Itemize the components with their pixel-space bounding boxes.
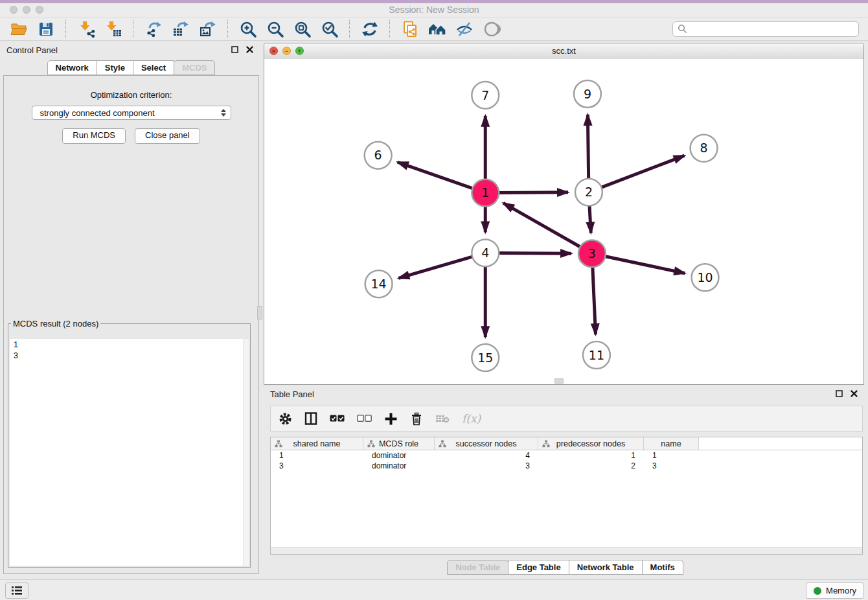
network-minimize-icon[interactable]: − — [282, 47, 291, 55]
close-panel-icon[interactable] — [851, 390, 858, 397]
optimization-criterion-select[interactable]: strongly connected component — [32, 106, 231, 120]
graph-node-14[interactable]: 14 — [365, 270, 393, 297]
node-table[interactable]: shared nameMCDS rolesuccessor nodesprede… — [270, 437, 863, 555]
zoom-out-icon[interactable] — [266, 19, 285, 39]
table-cell[interactable]: 4 — [435, 450, 538, 461]
close-panel-button[interactable]: Close panel — [135, 128, 200, 144]
close-panel-icon[interactable] — [246, 46, 253, 53]
graph-node-8[interactable]: 8 — [691, 135, 718, 162]
graph-node-1[interactable]: 1 — [472, 179, 499, 207]
table-cell[interactable]: 3 — [271, 461, 363, 471]
table-settings-icon[interactable] — [279, 410, 292, 427]
float-panel-icon[interactable] — [231, 46, 238, 53]
hide-selected-icon[interactable] — [455, 19, 474, 39]
table-panel: Table Panel — [262, 385, 868, 579]
graph-node-2[interactable]: 2 — [575, 179, 602, 206]
network-canvas[interactable]: 7968124314101511 — [264, 59, 863, 384]
table-row[interactable]: 1dominator411 — [271, 450, 862, 461]
graph-node-3[interactable]: 3 — [578, 240, 606, 267]
float-panel-icon[interactable] — [836, 390, 843, 397]
open-file-icon[interactable] — [9, 19, 29, 39]
toolbar-separator — [133, 20, 134, 38]
graph-node-6[interactable]: 6 — [365, 142, 392, 169]
table-cell[interactable]: 1 — [538, 450, 644, 461]
network-maximize-icon[interactable]: + — [295, 47, 304, 55]
import-network-icon[interactable] — [76, 19, 96, 39]
network-window-titlebar[interactable]: × − + scc.txt — [264, 43, 863, 60]
table-cell[interactable]: dominator — [363, 450, 435, 461]
network-graph[interactable]: 7968124314101511 — [264, 59, 863, 384]
graph-edge-1-2[interactable] — [497, 192, 568, 193]
tab-select[interactable]: Select — [133, 60, 174, 75]
table-cell[interactable]: 1 — [271, 450, 363, 461]
graph-edge-2-9[interactable] — [588, 115, 588, 180]
first-neighbors-icon[interactable] — [428, 19, 447, 39]
zoom-fit-content-icon[interactable] — [293, 19, 312, 39]
clone-network-icon[interactable] — [400, 19, 420, 39]
save-session-icon[interactable] — [36, 19, 56, 39]
graph-node-9[interactable]: 9 — [574, 80, 601, 108]
table-cell[interactable]: 2 — [538, 461, 644, 471]
column-header-shared-name[interactable]: shared name — [271, 437, 363, 450]
tab-style[interactable]: Style — [97, 60, 133, 75]
graph-node-11[interactable]: 11 — [583, 341, 610, 369]
graph-edge-1-6[interactable] — [398, 162, 474, 189]
graph-node-10[interactable]: 10 — [692, 264, 719, 291]
table-cell[interactable]: dominator — [363, 461, 435, 471]
graph-edge-2-8[interactable] — [600, 156, 685, 188]
search-field[interactable] — [672, 21, 859, 37]
table-cell[interactable]: 3 — [644, 461, 699, 471]
export-network-icon[interactable] — [144, 19, 163, 39]
graph-edge-3-1[interactable] — [503, 203, 581, 248]
graph-edge-4-14[interactable] — [398, 257, 474, 279]
control-panel-tabs: NetworkStyleSelectMCDS — [0, 60, 262, 75]
toolbar-separator — [227, 20, 229, 38]
select-all-icon[interactable] — [330, 410, 345, 427]
tab-edge-table[interactable]: Edge Table — [508, 560, 569, 575]
table-cell[interactable]: 3 — [435, 461, 538, 471]
export-image-icon[interactable] — [198, 19, 218, 39]
mcds-result-title: MCDS result (2 nodes) — [11, 319, 100, 329]
task-history-button[interactable] — [5, 583, 29, 599]
graph-edge-3-10[interactable] — [604, 256, 685, 273]
toggle-columns-icon[interactable] — [304, 410, 317, 427]
search-input[interactable] — [690, 23, 854, 34]
tab-network-table[interactable]: Network Table — [569, 560, 643, 575]
show-all-icon — [482, 19, 501, 39]
mcds-result-area[interactable]: 1 3 — [10, 339, 249, 566]
tab-motifs[interactable]: Motifs — [642, 560, 683, 575]
table-horizontal-scrollbar[interactable] — [271, 547, 862, 554]
column-header-successor-nodes[interactable]: successor nodes — [435, 437, 538, 450]
table-row[interactable]: 3dominator323 — [271, 461, 862, 471]
tab-network[interactable]: Network — [47, 60, 97, 75]
network-window-title: scc.txt — [264, 43, 863, 59]
toolbar-separator — [349, 20, 350, 38]
graph-edge-3-11[interactable] — [593, 266, 596, 334]
delete-row-icon[interactable] — [410, 410, 423, 427]
zoom-in-icon[interactable] — [238, 19, 258, 39]
add-row-icon[interactable] — [384, 410, 398, 427]
tab-node-table[interactable]: Node Table — [447, 560, 508, 575]
import-table-icon[interactable] — [104, 19, 123, 39]
deselect-all-icon[interactable] — [357, 410, 372, 427]
graph-edge-2-3[interactable] — [589, 205, 591, 233]
vertical-splitter-handle[interactable] — [257, 306, 262, 319]
column-header-name[interactable]: name — [644, 437, 699, 450]
graph-edge-4-3[interactable] — [497, 253, 571, 254]
network-close-icon[interactable]: × — [269, 47, 278, 55]
column-header-MCDS-role[interactable]: MCDS role — [363, 437, 435, 450]
memory-label: Memory — [826, 586, 856, 595]
graph-node-4[interactable]: 4 — [472, 239, 499, 266]
export-table-icon[interactable] — [171, 19, 190, 39]
result-scrollbar[interactable] — [243, 339, 249, 566]
graph-node-15[interactable]: 15 — [472, 344, 499, 371]
run-mcds-button[interactable]: Run MCDS — [62, 128, 126, 144]
zoom-selected-icon[interactable] — [320, 19, 339, 39]
refresh-layout-icon[interactable] — [360, 19, 380, 39]
tab-mcds[interactable]: MCDS — [174, 60, 215, 75]
graph-node-7[interactable]: 7 — [472, 82, 499, 109]
memory-button[interactable]: Memory — [806, 583, 864, 599]
table-cell[interactable]: 1 — [644, 450, 699, 461]
horizontal-splitter-handle[interactable] — [554, 378, 564, 384]
column-header-predecessor-nodes[interactable]: predecessor nodes — [538, 437, 644, 450]
